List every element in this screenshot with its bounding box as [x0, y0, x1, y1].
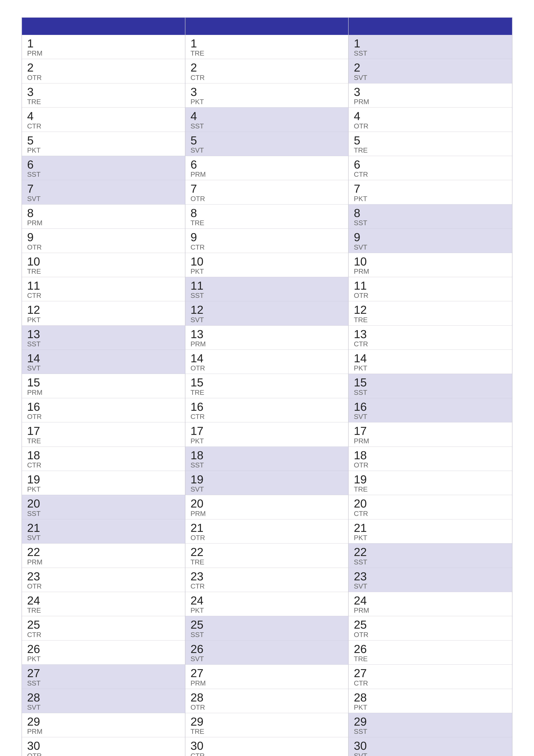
day-name: SVT	[354, 413, 507, 420]
day-name: OTR	[27, 752, 180, 756]
day-row: 28PKT	[349, 689, 512, 713]
day-name: PRM	[27, 389, 180, 396]
day-name: PKT	[191, 438, 343, 445]
day-name: SST	[27, 680, 180, 687]
day-number: 11	[191, 279, 343, 292]
day-name: SVT	[27, 195, 180, 202]
day-name: OTR	[27, 244, 180, 251]
day-row: 17PRM	[349, 422, 512, 446]
day-name: CTR	[27, 462, 180, 469]
day-row: 9OTR	[22, 229, 185, 253]
day-number: 22	[27, 546, 180, 558]
day-number: 6	[27, 158, 180, 171]
day-row: 12PKT	[22, 301, 185, 325]
day-row: 16CTR	[185, 398, 348, 422]
day-row: 28SVT	[22, 689, 185, 713]
day-number: 22	[354, 546, 507, 558]
day-row: 22SST	[349, 544, 512, 568]
day-number: 1	[27, 37, 180, 50]
day-row: 16SVT	[349, 398, 512, 422]
day-row: 18CTR	[22, 447, 185, 471]
day-row: 7SVT	[22, 180, 185, 204]
day-row: 27CTR	[349, 664, 512, 689]
day-row: 24PRM	[349, 592, 512, 616]
day-row: 5PKT	[22, 132, 185, 156]
day-number: 12	[191, 304, 343, 316]
day-row: 1TRE	[185, 35, 348, 59]
day-row: 26PKT	[22, 640, 185, 664]
day-name: SVT	[27, 534, 180, 541]
day-row: 8SST	[349, 204, 512, 229]
day-name: SVT	[354, 244, 507, 251]
day-number: 21	[354, 522, 507, 534]
day-row: 21PKT	[349, 519, 512, 544]
day-row: 30CTR	[185, 737, 348, 756]
day-number: 5	[191, 134, 343, 147]
day-row: 29PRM	[22, 713, 185, 737]
day-number: 2	[354, 61, 507, 74]
day-row: 8PRM	[22, 204, 185, 229]
day-number: 3	[354, 86, 507, 98]
day-number: 18	[27, 449, 180, 462]
day-name: OTR	[27, 413, 180, 420]
day-row: 9CTR	[185, 229, 348, 253]
day-name: OTR	[191, 704, 343, 711]
day-number: 11	[354, 279, 507, 292]
day-row: 6SST	[22, 156, 185, 180]
day-number: 27	[27, 667, 180, 680]
day-number: 18	[191, 449, 343, 462]
day-number: 21	[27, 522, 180, 534]
day-name: PRM	[354, 607, 507, 614]
day-row: 20SST	[22, 495, 185, 519]
day-number: 17	[27, 424, 180, 437]
month-col-2: 1SST2SVT3PRM4OTR5TRE6CTR7PKT8SST9SVT10PR…	[349, 18, 512, 756]
day-number: 27	[354, 667, 507, 680]
month-header-1	[185, 18, 348, 35]
day-row: 3PRM	[349, 83, 512, 108]
day-name: PRM	[354, 268, 507, 275]
day-number: 19	[354, 473, 507, 486]
day-row: 15SST	[349, 374, 512, 398]
day-name: TRE	[191, 728, 343, 735]
day-number: 21	[191, 522, 343, 534]
day-number: 24	[354, 594, 507, 607]
day-number: 13	[27, 328, 180, 340]
day-number: 18	[354, 449, 507, 462]
day-row: 4OTR	[349, 108, 512, 132]
day-number: 14	[354, 352, 507, 364]
page: 1PRM2OTR3TRE4CTR5PKT6SST7SVT8PRM9OTR10TR…	[0, 0, 534, 756]
day-number: 25	[354, 618, 507, 631]
day-row: 25SST	[185, 616, 348, 640]
day-row: 15PRM	[22, 374, 185, 398]
day-number: 13	[354, 328, 507, 340]
day-name: PRM	[354, 438, 507, 445]
day-row: 10PRM	[349, 253, 512, 277]
day-name: SST	[27, 171, 180, 178]
day-number: 24	[27, 594, 180, 607]
day-name: OTR	[354, 631, 507, 638]
day-name: CTR	[191, 583, 343, 590]
day-row: 10PKT	[185, 253, 348, 277]
day-number: 9	[191, 231, 343, 244]
day-number: 26	[27, 643, 180, 655]
day-row: 25OTR	[349, 616, 512, 640]
day-number: 30	[191, 740, 343, 752]
day-row: 17PKT	[185, 422, 348, 446]
day-row: 23OTR	[22, 568, 185, 592]
day-row: 22TRE	[185, 544, 348, 568]
day-number: 29	[191, 715, 343, 728]
day-number: 12	[27, 304, 180, 316]
day-name: TRE	[27, 438, 180, 445]
day-name: CTR	[27, 122, 180, 129]
day-number: 25	[27, 618, 180, 631]
day-number: 2	[27, 61, 180, 74]
day-number: 19	[191, 473, 343, 486]
day-name: OTR	[354, 462, 507, 469]
day-number: 22	[191, 546, 343, 558]
day-row: 6PRM	[185, 156, 348, 180]
day-number: 20	[191, 497, 343, 510]
day-name: SVT	[354, 74, 507, 81]
day-number: 26	[354, 643, 507, 655]
day-row: 22PRM	[22, 544, 185, 568]
day-row: 13SST	[22, 326, 185, 350]
